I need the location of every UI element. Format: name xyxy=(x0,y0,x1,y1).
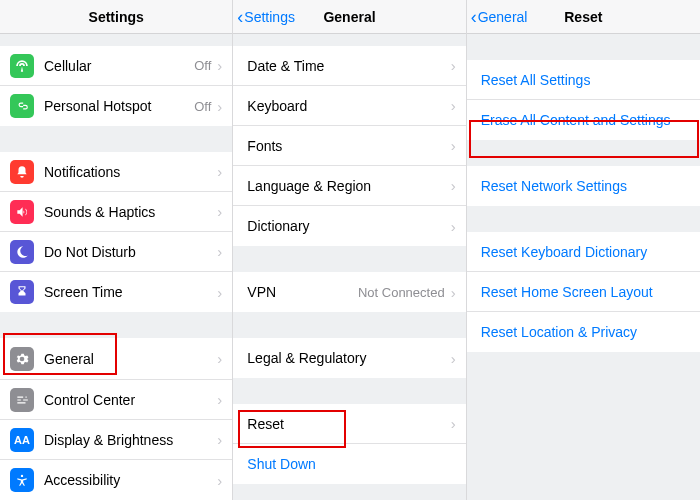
general-row-legal[interactable]: Legal & Regulatory › xyxy=(233,338,465,378)
chevron-right-icon: › xyxy=(217,391,222,408)
nav-bar: ‹ Settings General xyxy=(233,0,465,34)
chevron-right-icon: › xyxy=(451,415,456,432)
row-label: Language & Region xyxy=(247,178,450,194)
general-row-reset[interactable]: Reset › xyxy=(233,404,465,444)
general-row-keyboard[interactable]: Keyboard › xyxy=(233,86,465,126)
settings-row-display[interactable]: AA Display & Brightness › xyxy=(0,420,232,460)
chevron-right-icon: › xyxy=(451,137,456,154)
row-label: Personal Hotspot xyxy=(44,98,194,114)
reset-row-network[interactable]: Reset Network Settings xyxy=(467,166,700,206)
reset-group-3: Reset Keyboard Dictionary Reset Home Scr… xyxy=(467,232,700,352)
general-pane: ‹ Settings General Date & Time › Keyboar… xyxy=(233,0,466,500)
row-label: VPN xyxy=(247,284,358,300)
row-label: Dictionary xyxy=(247,218,450,234)
chevron-right-icon: › xyxy=(451,97,456,114)
link-icon xyxy=(10,94,34,118)
row-label: Keyboard xyxy=(247,98,450,114)
settings-row-cellular[interactable]: Cellular Off › xyxy=(0,46,232,86)
reset-group-2: Reset Network Settings xyxy=(467,166,700,206)
chevron-right-icon: › xyxy=(451,218,456,235)
chevron-right-icon: › xyxy=(451,284,456,301)
reset-group-1: Reset All Settings Erase All Content and… xyxy=(467,60,700,140)
chevron-right-icon: › xyxy=(451,350,456,367)
general-group-reset: Reset › Shut Down xyxy=(233,404,465,484)
reset-row-location[interactable]: Reset Location & Privacy xyxy=(467,312,700,352)
row-value: Off xyxy=(194,99,211,114)
chevron-right-icon: › xyxy=(217,431,222,448)
nav-title: Settings xyxy=(89,9,144,25)
chevron-right-icon: › xyxy=(451,177,456,194)
chevron-right-icon: › xyxy=(217,243,222,260)
row-label: Reset Network Settings xyxy=(481,178,690,194)
row-label: Notifications xyxy=(44,164,217,180)
row-label: Shut Down xyxy=(247,456,455,472)
settings-row-controlcenter[interactable]: Control Center › xyxy=(0,380,232,420)
settings-group-network: Cellular Off › Personal Hotspot Off › xyxy=(0,46,232,126)
row-label: Cellular xyxy=(44,58,194,74)
moon-icon xyxy=(10,240,34,264)
settings-row-hotspot[interactable]: Personal Hotspot Off › xyxy=(0,86,232,126)
speaker-icon xyxy=(10,200,34,224)
general-row-shutdown[interactable]: Shut Down xyxy=(233,444,465,484)
settings-row-dnd[interactable]: Do Not Disturb › xyxy=(0,232,232,272)
general-row-dictionary[interactable]: Dictionary › xyxy=(233,206,465,246)
settings-group-system: General › Control Center › AA Display & … xyxy=(0,338,232,500)
nav-bar: Settings xyxy=(0,0,232,34)
general-row-datetime[interactable]: Date & Time › xyxy=(233,46,465,86)
sliders-icon xyxy=(10,388,34,412)
row-value: Off xyxy=(194,58,211,73)
back-button[interactable]: ‹ General xyxy=(471,8,528,26)
chevron-right-icon: › xyxy=(217,350,222,367)
svg-point-0 xyxy=(21,475,23,477)
chevron-right-icon: › xyxy=(451,57,456,74)
reset-row-keyboard[interactable]: Reset Keyboard Dictionary xyxy=(467,232,700,272)
general-group-vpn: VPN Not Connected › xyxy=(233,272,465,312)
row-label: Legal & Regulatory xyxy=(247,350,450,366)
reset-pane: ‹ General Reset Reset All Settings Erase… xyxy=(467,0,700,500)
reset-row-all-settings[interactable]: Reset All Settings xyxy=(467,60,700,100)
back-button[interactable]: ‹ Settings xyxy=(237,8,295,26)
chevron-right-icon: › xyxy=(217,98,222,115)
general-row-fonts[interactable]: Fonts › xyxy=(233,126,465,166)
row-label: Date & Time xyxy=(247,58,450,74)
row-label: Reset Keyboard Dictionary xyxy=(481,244,690,260)
settings-pane: Settings Cellular Off › Personal Hotspot… xyxy=(0,0,233,500)
antenna-icon xyxy=(10,54,34,78)
settings-row-general[interactable]: General › xyxy=(0,338,232,380)
row-label: Display & Brightness xyxy=(44,432,217,448)
reset-row-erase-all[interactable]: Erase All Content and Settings xyxy=(467,100,700,140)
row-label: Accessibility xyxy=(44,472,217,488)
row-label: Erase All Content and Settings xyxy=(481,112,690,128)
text-size-icon: AA xyxy=(10,428,34,452)
settings-row-notifications[interactable]: Notifications › xyxy=(0,152,232,192)
settings-row-sounds[interactable]: Sounds & Haptics › xyxy=(0,192,232,232)
row-label: Fonts xyxy=(247,138,450,154)
row-label: Sounds & Haptics xyxy=(44,204,217,220)
accessibility-icon xyxy=(10,468,34,492)
chevron-right-icon: › xyxy=(217,163,222,180)
settings-row-screentime[interactable]: Screen Time › xyxy=(0,272,232,312)
chevron-right-icon: › xyxy=(217,284,222,301)
row-label: Reset All Settings xyxy=(481,72,690,88)
bell-icon xyxy=(10,160,34,184)
general-row-vpn[interactable]: VPN Not Connected › xyxy=(233,272,465,312)
general-row-language[interactable]: Language & Region › xyxy=(233,166,465,206)
settings-group-alerts: Notifications › Sounds & Haptics › Do No… xyxy=(0,152,232,312)
row-label: Reset Location & Privacy xyxy=(481,324,690,340)
row-label: Screen Time xyxy=(44,284,217,300)
nav-title: Reset xyxy=(564,9,602,25)
back-label: Settings xyxy=(244,9,295,25)
reset-row-homescreen[interactable]: Reset Home Screen Layout xyxy=(467,272,700,312)
chevron-left-icon: ‹ xyxy=(471,8,477,26)
nav-title: General xyxy=(323,9,375,25)
row-label: Control Center xyxy=(44,392,217,408)
chevron-right-icon: › xyxy=(217,472,222,489)
settings-row-accessibility[interactable]: Accessibility › xyxy=(0,460,232,500)
row-label: Reset Home Screen Layout xyxy=(481,284,690,300)
gear-icon xyxy=(10,347,34,371)
general-group-legal: Legal & Regulatory › xyxy=(233,338,465,378)
row-label: Do Not Disturb xyxy=(44,244,217,260)
row-label: Reset xyxy=(247,416,450,432)
nav-bar: ‹ General Reset xyxy=(467,0,700,34)
chevron-right-icon: › xyxy=(217,57,222,74)
